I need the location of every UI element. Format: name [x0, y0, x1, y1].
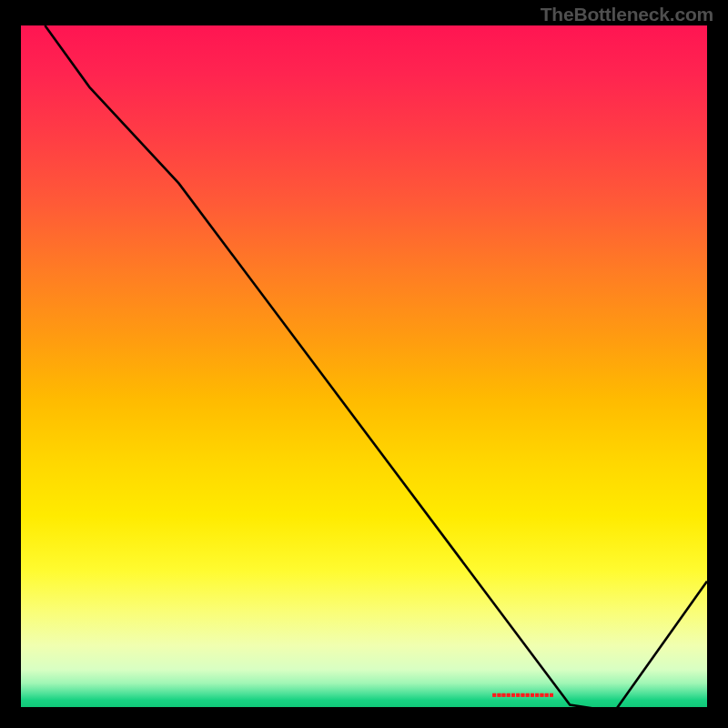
- attribution-label: TheBottleneck.com: [541, 4, 713, 25]
- chart-frame: TheBottleneck.com ■■■■■■■■■■■■■: [0, 0, 728, 728]
- optimum-marker: ■■■■■■■■■■■■■: [492, 692, 554, 699]
- plot-area: ■■■■■■■■■■■■■: [21, 25, 707, 707]
- bottleneck-curve: [21, 25, 707, 712]
